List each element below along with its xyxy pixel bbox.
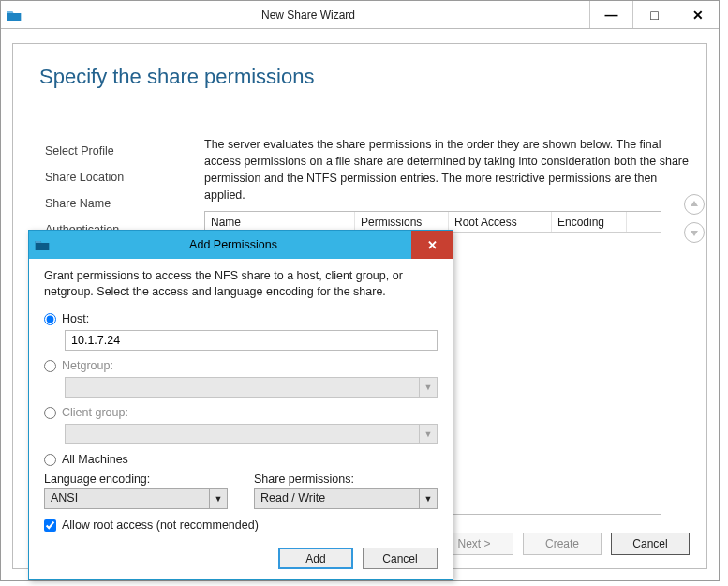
share-permissions-value: Read / Write: [254, 488, 419, 509]
share-permissions-label: Share permissions:: [254, 473, 438, 486]
chevron-down-icon: ▼: [419, 424, 438, 444]
host-option-row: Host:: [44, 309, 438, 328]
col-root-access[interactable]: Root Access: [449, 212, 552, 232]
title-bar: New Share Wizard — □ ✕: [1, 1, 719, 29]
col-name[interactable]: Name: [205, 212, 355, 232]
netgroup-combo-value: [65, 377, 419, 398]
move-up-button[interactable]: [684, 194, 705, 215]
close-button[interactable]: ✕: [676, 1, 719, 28]
share-permissions-col: Share permissions: Read / Write ▼: [254, 473, 438, 509]
window-controls: — □ ✕: [589, 1, 719, 28]
host-input[interactable]: [65, 330, 438, 351]
netgroup-combo[interactable]: ▼: [65, 377, 438, 398]
dialog-close-button[interactable]: ✕: [411, 231, 453, 259]
permissions-description: The server evaluates the share permissio…: [204, 136, 690, 203]
col-encoding[interactable]: Encoding: [552, 212, 627, 232]
dialog-titlebar: Add Permissions ✕: [29, 231, 453, 259]
dialog-description: Grant permissions to access the NFS shar…: [44, 268, 438, 300]
share-permissions-combo[interactable]: Read / Write ▼: [254, 488, 438, 509]
host-radio[interactable]: [44, 313, 56, 325]
dialog-title: Add Permissions: [55, 231, 411, 259]
minimize-button[interactable]: —: [589, 1, 632, 28]
allow-root-label: Allow root access (not recommended): [62, 518, 259, 532]
col-spacer: [627, 212, 661, 232]
dialog-button-row: Add Cancel: [44, 548, 438, 569]
clientgroup-option-row: Client group:: [44, 403, 438, 422]
language-encoding-combo[interactable]: ANSI ▼: [44, 488, 228, 509]
netgroup-option-row: Netgroup:: [44, 356, 438, 375]
add-button[interactable]: Add: [278, 548, 353, 569]
page-title: Specify the share permissions: [13, 44, 706, 89]
allow-root-row: Allow root access (not recommended): [44, 516, 438, 534]
create-button[interactable]: Create: [523, 533, 602, 555]
reorder-controls: [684, 194, 705, 243]
allmachines-label: All Machines: [62, 453, 128, 466]
encoding-permissions-row: Language encoding: ANSI ▼ Share permissi…: [44, 473, 438, 509]
clientgroup-combo-value: [65, 424, 419, 444]
nav-share-location[interactable]: Share Location: [30, 164, 191, 190]
add-permissions-dialog: Add Permissions ✕ Grant permissions to a…: [28, 230, 453, 580]
app-icon: [1, 1, 27, 28]
chevron-down-icon: ▼: [419, 488, 438, 509]
chevron-down-icon: ▼: [419, 377, 438, 398]
netgroup-radio[interactable]: [44, 360, 56, 372]
language-encoding-col: Language encoding: ANSI ▼: [44, 473, 228, 509]
dialog-icon: [29, 231, 55, 259]
allmachines-option-row: All Machines: [44, 450, 438, 469]
allmachines-radio[interactable]: [44, 454, 56, 466]
clientgroup-combo[interactable]: ▼: [65, 424, 438, 444]
cancel-button[interactable]: Cancel: [611, 533, 690, 555]
maximize-button[interactable]: □: [632, 1, 676, 28]
language-encoding-label: Language encoding:: [44, 473, 228, 486]
wizard-button-row: Next > Create Cancel: [435, 533, 690, 555]
dialog-cancel-button[interactable]: Cancel: [363, 548, 438, 569]
col-permissions[interactable]: Permissions: [355, 212, 449, 232]
nav-share-name[interactable]: Share Name: [30, 190, 191, 217]
language-encoding-value: ANSI: [44, 488, 209, 509]
netgroup-label: Netgroup:: [62, 359, 113, 372]
allow-root-checkbox[interactable]: [44, 519, 56, 532]
window-title: New Share Wizard: [27, 1, 589, 28]
nav-select-profile[interactable]: Select Profile: [30, 138, 191, 164]
host-label: Host:: [62, 312, 89, 325]
clientgroup-radio[interactable]: [44, 407, 56, 419]
chevron-down-icon: ▼: [209, 488, 228, 509]
dialog-body: Grant permissions to access the NFS shar…: [29, 259, 453, 580]
move-down-button[interactable]: [684, 222, 705, 243]
clientgroup-label: Client group:: [62, 406, 128, 419]
